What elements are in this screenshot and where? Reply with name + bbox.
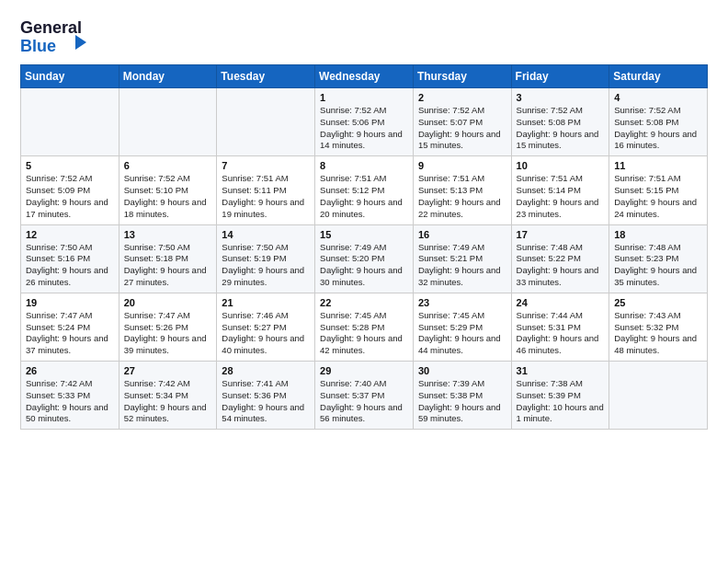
calendar-day-cell: 24Sunrise: 7:44 AMSunset: 5:31 PMDayligh… (511, 293, 609, 361)
weekday-header-tuesday: Tuesday (217, 65, 315, 88)
calendar-day-cell: 11Sunrise: 7:51 AMSunset: 5:15 PMDayligh… (609, 156, 708, 224)
calendar-day-cell: 7Sunrise: 7:51 AMSunset: 5:11 PMDaylight… (217, 156, 315, 224)
page: GeneralBlue SundayMondayTuesdayWednesday… (0, 0, 728, 563)
calendar-day-cell: 30Sunrise: 7:39 AMSunset: 5:38 PMDayligh… (413, 362, 511, 430)
day-number: 11 (614, 160, 702, 171)
calendar-day-cell: 25Sunrise: 7:43 AMSunset: 5:32 PMDayligh… (609, 293, 708, 361)
day-number: 14 (222, 229, 310, 240)
day-info: Sunrise: 7:47 AMSunset: 5:26 PMDaylight:… (124, 310, 212, 357)
day-info: Sunrise: 7:51 AMSunset: 5:13 PMDaylight:… (418, 173, 506, 220)
day-info: Sunrise: 7:38 AMSunset: 5:39 PMDaylight:… (517, 378, 605, 425)
day-number: 6 (124, 160, 212, 171)
day-info: Sunrise: 7:45 AMSunset: 5:29 PMDaylight:… (418, 310, 506, 357)
day-info: Sunrise: 7:47 AMSunset: 5:24 PMDaylight:… (26, 310, 114, 357)
day-info: Sunrise: 7:44 AMSunset: 5:31 PMDaylight:… (517, 310, 605, 357)
day-number: 1 (320, 92, 408, 103)
day-number: 20 (124, 297, 212, 308)
day-info: Sunrise: 7:51 AMSunset: 5:15 PMDaylight:… (614, 173, 702, 220)
day-info: Sunrise: 7:49 AMSunset: 5:20 PMDaylight:… (320, 242, 408, 289)
logo-svg: GeneralBlue (20, 17, 94, 55)
day-number: 15 (320, 229, 408, 240)
day-number: 17 (517, 229, 605, 240)
calendar-day-cell: 27Sunrise: 7:42 AMSunset: 5:34 PMDayligh… (119, 362, 217, 430)
weekday-header-wednesday: Wednesday (315, 65, 414, 88)
calendar-day-cell: 3Sunrise: 7:52 AMSunset: 5:08 PMDaylight… (511, 88, 609, 156)
weekday-header-row: SundayMondayTuesdayWednesdayThursdayFrid… (21, 65, 708, 88)
calendar-day-cell: 29Sunrise: 7:40 AMSunset: 5:37 PMDayligh… (315, 362, 414, 430)
calendar-week-row: 1Sunrise: 7:52 AMSunset: 5:06 PMDaylight… (21, 88, 708, 156)
calendar-day-cell: 20Sunrise: 7:47 AMSunset: 5:26 PMDayligh… (119, 293, 217, 361)
day-info: Sunrise: 7:40 AMSunset: 5:37 PMDaylight:… (320, 378, 408, 425)
day-info: Sunrise: 7:41 AMSunset: 5:36 PMDaylight:… (222, 378, 310, 425)
day-number: 12 (26, 229, 114, 240)
calendar-day-cell: 5Sunrise: 7:52 AMSunset: 5:09 PMDaylight… (21, 156, 119, 224)
calendar-day-cell: 23Sunrise: 7:45 AMSunset: 5:29 PMDayligh… (413, 293, 511, 361)
day-info: Sunrise: 7:51 AMSunset: 5:11 PMDaylight:… (222, 173, 310, 220)
day-number: 16 (418, 229, 506, 240)
calendar-day-cell: 12Sunrise: 7:50 AMSunset: 5:16 PMDayligh… (21, 224, 119, 293)
day-info: Sunrise: 7:52 AMSunset: 5:07 PMDaylight:… (418, 105, 506, 152)
day-info: Sunrise: 7:52 AMSunset: 5:08 PMDaylight:… (517, 105, 605, 152)
calendar-day-cell: 26Sunrise: 7:42 AMSunset: 5:33 PMDayligh… (21, 362, 119, 430)
calendar-day-cell: 2Sunrise: 7:52 AMSunset: 5:07 PMDaylight… (413, 88, 511, 156)
svg-text:Blue: Blue (20, 37, 56, 55)
calendar-day-cell: 9Sunrise: 7:51 AMSunset: 5:13 PMDaylight… (413, 156, 511, 224)
weekday-header-monday: Monday (119, 65, 217, 88)
day-number: 28 (222, 365, 310, 376)
day-number: 23 (418, 297, 506, 308)
day-info: Sunrise: 7:51 AMSunset: 5:14 PMDaylight:… (517, 173, 605, 220)
day-number: 24 (517, 297, 605, 308)
calendar-day-cell: 15Sunrise: 7:49 AMSunset: 5:20 PMDayligh… (315, 224, 414, 293)
day-number: 21 (222, 297, 310, 308)
day-info: Sunrise: 7:52 AMSunset: 5:10 PMDaylight:… (124, 173, 212, 220)
calendar-day-cell: 21Sunrise: 7:46 AMSunset: 5:27 PMDayligh… (217, 293, 315, 361)
day-number: 27 (124, 365, 212, 376)
day-number: 26 (26, 365, 114, 376)
day-info: Sunrise: 7:45 AMSunset: 5:28 PMDaylight:… (320, 310, 408, 357)
day-number: 19 (26, 297, 114, 308)
day-number: 25 (614, 297, 702, 308)
day-number: 31 (517, 365, 605, 376)
svg-marker-2 (75, 35, 86, 50)
empty-cell (119, 88, 217, 156)
day-info: Sunrise: 7:43 AMSunset: 5:32 PMDaylight:… (614, 310, 702, 357)
calendar-day-cell: 8Sunrise: 7:51 AMSunset: 5:12 PMDaylight… (315, 156, 414, 224)
calendar-day-cell: 18Sunrise: 7:48 AMSunset: 5:23 PMDayligh… (609, 224, 708, 293)
empty-cell (217, 88, 315, 156)
day-info: Sunrise: 7:50 AMSunset: 5:18 PMDaylight:… (124, 242, 212, 289)
empty-cell (21, 88, 119, 156)
calendar-day-cell: 4Sunrise: 7:52 AMSunset: 5:08 PMDaylight… (609, 88, 708, 156)
calendar-day-cell: 1Sunrise: 7:52 AMSunset: 5:06 PMDaylight… (315, 88, 414, 156)
day-info: Sunrise: 7:42 AMSunset: 5:34 PMDaylight:… (124, 378, 212, 425)
day-number: 7 (222, 160, 310, 171)
calendar-week-row: 12Sunrise: 7:50 AMSunset: 5:16 PMDayligh… (21, 224, 708, 293)
calendar-day-cell: 6Sunrise: 7:52 AMSunset: 5:10 PMDaylight… (119, 156, 217, 224)
day-info: Sunrise: 7:48 AMSunset: 5:23 PMDaylight:… (614, 242, 702, 289)
calendar-day-cell: 19Sunrise: 7:47 AMSunset: 5:24 PMDayligh… (21, 293, 119, 361)
weekday-header-sunday: Sunday (21, 65, 119, 88)
day-info: Sunrise: 7:42 AMSunset: 5:33 PMDaylight:… (26, 378, 114, 425)
day-number: 3 (517, 92, 605, 103)
day-number: 10 (517, 160, 605, 171)
day-info: Sunrise: 7:39 AMSunset: 5:38 PMDaylight:… (418, 378, 506, 425)
calendar-day-cell: 28Sunrise: 7:41 AMSunset: 5:36 PMDayligh… (217, 362, 315, 430)
calendar-table: SundayMondayTuesdayWednesdayThursdayFrid… (20, 64, 708, 430)
calendar-day-cell: 10Sunrise: 7:51 AMSunset: 5:14 PMDayligh… (511, 156, 609, 224)
weekday-header-saturday: Saturday (609, 65, 708, 88)
day-number: 13 (124, 229, 212, 240)
day-number: 8 (320, 160, 408, 171)
day-number: 2 (418, 92, 506, 103)
day-info: Sunrise: 7:49 AMSunset: 5:21 PMDaylight:… (418, 242, 506, 289)
day-info: Sunrise: 7:46 AMSunset: 5:27 PMDaylight:… (222, 310, 310, 357)
day-info: Sunrise: 7:52 AMSunset: 5:06 PMDaylight:… (320, 105, 408, 152)
calendar-day-cell: 17Sunrise: 7:48 AMSunset: 5:22 PMDayligh… (511, 224, 609, 293)
day-info: Sunrise: 7:52 AMSunset: 5:08 PMDaylight:… (614, 105, 702, 152)
calendar-week-row: 5Sunrise: 7:52 AMSunset: 5:09 PMDaylight… (21, 156, 708, 224)
day-info: Sunrise: 7:52 AMSunset: 5:09 PMDaylight:… (26, 173, 114, 220)
day-info: Sunrise: 7:50 AMSunset: 5:16 PMDaylight:… (26, 242, 114, 289)
calendar-week-row: 19Sunrise: 7:47 AMSunset: 5:24 PMDayligh… (21, 293, 708, 361)
day-info: Sunrise: 7:50 AMSunset: 5:19 PMDaylight:… (222, 242, 310, 289)
day-number: 22 (320, 297, 408, 308)
day-info: Sunrise: 7:48 AMSunset: 5:22 PMDaylight:… (517, 242, 605, 289)
logo: GeneralBlue (20, 17, 94, 55)
